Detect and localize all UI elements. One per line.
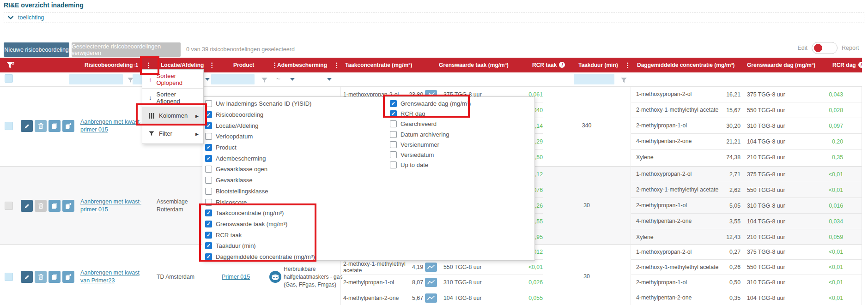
- delete-button[interactable]: [35, 200, 47, 212]
- column-menu-icon[interactable]: [209, 58, 215, 72]
- checkbox[interactable]: [205, 199, 212, 206]
- edit-button[interactable]: [21, 200, 33, 212]
- filter-icon[interactable]: [6, 62, 14, 71]
- column-toggle-item[interactable]: Uw Inademings Scenario ID (YISID): [205, 98, 315, 109]
- filter-operator[interactable]: ~: [276, 75, 280, 83]
- toelichting-toggle[interactable]: toelichting: [4, 12, 864, 23]
- column-menu-icon[interactable]: [625, 58, 631, 72]
- column-toggle-item[interactable]: Versiedatum: [390, 150, 471, 160]
- row-checkbox[interactable]: [5, 122, 13, 130]
- checkbox[interactable]: [205, 111, 212, 118]
- checkbox[interactable]: [390, 131, 397, 138]
- checkbox[interactable]: [205, 253, 212, 260]
- checkbox[interactable]: [205, 133, 212, 140]
- menu-item-columns[interactable]: Kolommen: [142, 107, 203, 125]
- column-header-risicobeoordeling[interactable]: Risicobeoordeling: [85, 58, 133, 72]
- product-link[interactable]: Primer 015: [222, 273, 250, 281]
- chevron-down-icon[interactable]: [205, 78, 210, 81]
- column-toggle-item[interactable]: Versienummer: [390, 139, 471, 150]
- exposure-chart-icon[interactable]: [425, 263, 437, 272]
- risk-assessment-link[interactable]: Aanbrengen met kwastvan Primer23: [80, 269, 141, 285]
- menu-item-sort-ascending[interactable]: Sorteer Oplopend: [142, 71, 203, 89]
- checkbox[interactable]: [390, 161, 397, 168]
- checkbox[interactable]: [205, 122, 212, 129]
- menu-item-sort-descending[interactable]: Sorteer Aflopend: [142, 89, 203, 107]
- filter-input-risicobeoordeling[interactable]: [69, 74, 123, 84]
- column-header-grenswaarde-dag[interactable]: Grenswaarde dag (mg/m³): [747, 58, 815, 72]
- row-checkbox[interactable]: [5, 273, 13, 281]
- info-icon[interactable]: i: [559, 62, 565, 68]
- column-menu-icon[interactable]: [334, 58, 340, 72]
- copy-button[interactable]: [49, 200, 61, 212]
- column-toggle-item[interactable]: Risicobeoordeling: [205, 109, 315, 120]
- column-toggle-item[interactable]: Risicoscore: [205, 197, 315, 208]
- copy-new-version-button[interactable]: [62, 120, 74, 132]
- checkbox[interactable]: [205, 100, 212, 107]
- checkbox[interactable]: [205, 221, 212, 227]
- column-toggle-item[interactable]: Adembescherming: [205, 153, 315, 164]
- risk-assessment-link[interactable]: Aanbrengen met kwast-primer 015: [80, 198, 141, 214]
- edit-button[interactable]: [21, 120, 33, 132]
- column-toggle-item[interactable]: Gevaarklasse: [205, 175, 315, 186]
- checkbox[interactable]: [205, 209, 212, 216]
- column-toggle-item[interactable]: Product: [205, 142, 315, 153]
- new-risk-assessment-button[interactable]: Nieuwe risicobeoordeling: [4, 42, 69, 57]
- copy-new-version-button[interactable]: [62, 200, 74, 212]
- risk-assessment-link[interactable]: Aanbrengen met kwast-primer 015: [80, 118, 141, 134]
- chevron-down-icon[interactable]: [327, 78, 332, 81]
- checkbox[interactable]: [205, 242, 212, 249]
- delete-button[interactable]: [35, 271, 47, 283]
- exposure-chart-icon[interactable]: [425, 293, 437, 303]
- filter-input-product[interactable]: [211, 74, 255, 84]
- column-toggle-item[interactable]: RCR dag: [390, 108, 471, 119]
- filter-funnel-icon[interactable]: [261, 77, 267, 85]
- copy-button[interactable]: [49, 120, 61, 132]
- column-header-grenswaarde-taak[interactable]: Grenswaarde taak (mg/m³): [439, 58, 509, 72]
- column-toggle-item[interactable]: Grenswaarde taak (mg/m³): [205, 219, 315, 230]
- checkbox[interactable]: [205, 144, 212, 151]
- copy-button[interactable]: [49, 271, 61, 283]
- column-header-adembescherming[interactable]: Adembescherming: [277, 58, 327, 72]
- filter-input-taakduur[interactable]: [574, 74, 614, 84]
- checkbox[interactable]: [390, 110, 397, 117]
- checkbox[interactable]: [390, 141, 397, 148]
- row-checkbox[interactable]: [5, 202, 13, 210]
- column-header-rcr-taak[interactable]: RCR taaki: [532, 58, 565, 72]
- column-toggle-item[interactable]: Grenswaarde dag (mg/m³): [390, 98, 471, 108]
- menu-item-filter[interactable]: Filter: [142, 125, 203, 143]
- edit-button[interactable]: [21, 271, 33, 283]
- column-toggle-item[interactable]: Up to date: [390, 160, 471, 170]
- checkbox[interactable]: [205, 166, 212, 173]
- delete-button[interactable]: [35, 120, 47, 132]
- checkbox[interactable]: [390, 120, 397, 127]
- checkbox[interactable]: [205, 177, 212, 184]
- chevron-down-icon[interactable]: [290, 78, 295, 81]
- checkbox[interactable]: [390, 151, 397, 158]
- edit-report-toggle[interactable]: [812, 42, 838, 54]
- column-header-daggemiddelde[interactable]: Daggemiddelde concentratie (mg/m³): [637, 58, 734, 72]
- delete-selected-button[interactable]: Geselecteerde risicobeoordelingen verwij…: [72, 42, 181, 57]
- column-toggle-item[interactable]: Blootstellingsklasse: [205, 186, 315, 197]
- checkbox[interactable]: [205, 188, 212, 195]
- column-toggle-item[interactable]: Locatie/Afdeling: [205, 120, 315, 131]
- exposure-chart-icon[interactable]: [425, 278, 437, 287]
- column-header-taakduur[interactable]: Taakduur (min): [578, 58, 618, 72]
- column-toggle-item[interactable]: Gevaarklasse ogen: [205, 164, 315, 175]
- checkbox[interactable]: [205, 232, 212, 239]
- column-toggle-item[interactable]: Daggemiddelde concentratie (mg/m³): [205, 251, 315, 263]
- checkbox[interactable]: [390, 100, 397, 107]
- info-icon[interactable]: i: [858, 62, 864, 68]
- column-toggle-item[interactable]: Gearchiveerd: [390, 119, 471, 129]
- column-header-product[interactable]: Product: [233, 58, 254, 72]
- select-all-checkbox[interactable]: [5, 74, 13, 83]
- copy-new-version-button[interactable]: [62, 271, 74, 283]
- column-toggle-item[interactable]: Taakconcentratie (mg/m³): [205, 208, 315, 219]
- filter-funnel-icon[interactable]: [621, 77, 627, 85]
- column-toggle-item[interactable]: Taakduur (min): [205, 240, 315, 251]
- checkbox[interactable]: [205, 155, 212, 162]
- column-header-taakconcentratie[interactable]: Taakconcentratie (mg/m³): [345, 58, 412, 72]
- column-toggle-item[interactable]: RCR taak: [205, 229, 315, 240]
- column-toggle-item[interactable]: Verloopdatum: [205, 131, 315, 142]
- column-toggle-item[interactable]: Datum archivering: [390, 129, 471, 139]
- column-header-rcr-dag[interactable]: RCR dagi: [832, 58, 864, 72]
